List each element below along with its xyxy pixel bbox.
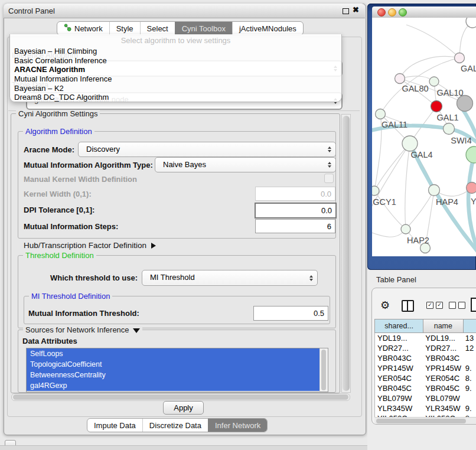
mac-minimize-button[interactable]	[388, 8, 396, 17]
node-label-hap4: HAP4	[436, 197, 458, 207]
column-header-partial[interactable]	[464, 319, 476, 333]
mi-threshold-field[interactable]: 0.5	[253, 306, 328, 321]
node-label-gal10: GAL10	[436, 88, 463, 97]
float-window-icon[interactable]	[343, 8, 349, 14]
column-header-name[interactable]: name	[423, 319, 463, 333]
node-label-gal11: GAL11	[382, 120, 407, 129]
manual-kernel-label: Manual Kernel Width Definition	[24, 175, 137, 184]
table-row[interactable]: YDR27...YDR27...12	[375, 343, 476, 353]
expand-right-icon	[151, 243, 156, 249]
dropdown-placeholder: Select algorithm to view settings	[10, 36, 341, 45]
settings-vertical-scrollbar[interactable]	[341, 114, 351, 393]
node-label-hap2: HAP2	[407, 236, 429, 245]
scrollbar-thumb[interactable]	[321, 350, 326, 390]
which-threshold-label: Which threshold to use:	[50, 273, 138, 282]
gear-icon[interactable]: ⚙	[380, 299, 390, 312]
tab-jactivemnodules[interactable]: jActiveMNodules	[232, 22, 303, 35]
table-row[interactable]: YBR045CYBR045C9.	[375, 383, 476, 393]
select-all-columns-icon[interactable]: ✓✓	[426, 302, 443, 309]
sources-title[interactable]: Sources for Network Inference	[23, 325, 142, 334]
list-scrollbar[interactable]	[319, 348, 328, 392]
node-label-gal-partial: GAL	[461, 64, 476, 73]
tab-network-label: Network	[74, 24, 103, 33]
table-panel-title: Table Panel	[376, 275, 416, 284]
network-canvas[interactable]: GAL80 GAL10 GAL1 GAL11 SWI4 GAL4 GCY1 HA…	[372, 18, 476, 256]
close-window-icon[interactable]: ✖	[353, 5, 359, 14]
settings-horizontal-scrollbar[interactable]	[11, 393, 350, 401]
dropdown-item-dream8[interactable]: Dream8 DC_TDC Algorithm	[14, 93, 109, 102]
aracne-mode-combobox[interactable]: Discovery	[78, 142, 336, 157]
table-row[interactable]: YBR043CYBR043C	[375, 353, 476, 363]
tab-infer-network[interactable]: Infer Network	[208, 419, 267, 432]
node-label-swi4: SWI4	[451, 136, 471, 145]
node-label-y-partial: Y	[471, 197, 476, 206]
tab-select[interactable]: Select	[140, 22, 175, 35]
scrollbar-thumb[interactable]	[13, 394, 348, 400]
node-label-gcy1: GCY1	[373, 197, 396, 207]
table-row[interactable]: YLR345WYLR345W9.	[375, 403, 476, 413]
tab-network[interactable]: Network	[57, 22, 109, 35]
apply-button[interactable]: Apply	[163, 401, 204, 415]
table-body[interactable]: YDL19...YDL19...13 YDR27...YDR27...12 YB…	[374, 333, 476, 417]
scrollbar-thumb[interactable]	[376, 419, 466, 423]
mi-threshold-label: Mutual Information Threshold:	[28, 309, 139, 318]
dropdown-item-aracne[interactable]: ARACNE Algorithm	[14, 65, 85, 74]
mi-steps-field[interactable]: 6	[255, 219, 335, 233]
data-attributes-label: Data Attributes	[22, 337, 77, 345]
table-horizontal-scrollbar[interactable]	[374, 417, 476, 424]
algorithm-definition-title: Algorithm Definition	[23, 127, 94, 136]
dropdown-item-basic-correlation[interactable]: Basic Correlation Inference	[14, 56, 107, 65]
tab-impute-data[interactable]: Impute Data	[87, 419, 142, 432]
control-panel-titlebar[interactable]	[4, 4, 365, 18]
aracne-mode-label: Aracne Mode:	[24, 145, 74, 154]
scrollbar-thumb[interactable]	[343, 116, 350, 391]
kernel-width-field[interactable]: 0.0	[255, 187, 335, 201]
deselect-all-columns-icon[interactable]	[449, 302, 465, 309]
node-label-gal1: GAL1	[436, 113, 458, 122]
algorithm-dropdown-popup: Select algorithm to view settings Bayesi…	[9, 34, 342, 102]
tab-discretize-data[interactable]: Discretize Data	[142, 419, 208, 432]
tab-cyni-toolbox[interactable]: Cyni Toolbox	[175, 22, 232, 35]
hub-definition-expander[interactable]: Hub/Transcription Factor Definition	[24, 241, 156, 250]
new-table-icon[interactable]	[471, 298, 476, 312]
dropdown-item-bayesian-hill[interactable]: Bayesian – Hill Climbing	[14, 47, 97, 56]
node-label-gal80: GAL80	[402, 84, 428, 93]
mi-type-label: Mutual Information Algorithm Type:	[24, 161, 153, 169]
tab-style[interactable]: Style	[109, 22, 140, 35]
dropdown-item-mutual-information[interactable]: Mutual Information Inference	[14, 74, 112, 83]
node-table: shared... name	[374, 319, 476, 333]
threshold-definition-title: Threshold Definition	[23, 251, 96, 260]
control-panel-title: Control Panel	[8, 6, 55, 15]
spinner-icon	[309, 275, 313, 281]
dpi-tolerance-field[interactable]: 0.0	[255, 203, 337, 219]
control-panel-tabbar: Network Style Select Cyni Toolbox jActiv…	[57, 21, 304, 35]
mac-zoom-button[interactable]	[399, 8, 407, 17]
mi-type-combobox[interactable]: Naive Bayes	[155, 157, 336, 172]
dpi-tolerance-label: DPI Tolerance [0,1]:	[24, 206, 94, 214]
data-attributes-list: SelfLoops TopologicalCoefficient Between…	[26, 348, 328, 392]
list-item[interactable]: SelfLoops	[27, 348, 328, 359]
mi-threshold-title: MI Threshold Definition	[29, 292, 112, 301]
manual-kernel-checkbox[interactable]	[324, 174, 334, 183]
table-row[interactable]: YER054CYER054C8.	[375, 373, 476, 383]
which-threshold-combobox[interactable]: MI Threshold	[142, 270, 318, 286]
screen: Control Panel ✖ Network Style Select Cyn…	[0, 0, 476, 450]
network-icon	[64, 24, 71, 33]
dropdown-item-bayesian-k2[interactable]: Bayesian – K2	[14, 84, 64, 93]
table-row[interactable]: YDL19...YDL19...13	[375, 333, 476, 343]
columns-icon[interactable]	[402, 300, 414, 312]
list-item[interactable]: BetweennessCentrality	[27, 370, 328, 380]
kernel-width-label: Kernel Width (0,1):	[24, 190, 92, 198]
settings-group-title: Cyni Algorithm Settings	[16, 109, 100, 118]
column-header-shared-name[interactable]: shared...	[374, 319, 423, 333]
table-row[interactable]: YBL079WYBL079W	[375, 393, 476, 403]
bottom-tabbar: Impute Data Discretize Data Infer Networ…	[87, 418, 268, 432]
table-row[interactable]: YPR145WYPR145W9.	[375, 363, 476, 373]
mi-steps-label: Mutual Information Steps:	[24, 222, 118, 231]
mac-close-button[interactable]	[377, 8, 386, 17]
list-item[interactable]: TopologicalCoefficient	[27, 359, 328, 370]
spinner-icon	[328, 146, 331, 152]
node-label-gal4: GAL4	[410, 150, 432, 159]
list-item[interactable]: gal4RGexp	[27, 380, 328, 391]
spinner-icon	[328, 162, 331, 168]
